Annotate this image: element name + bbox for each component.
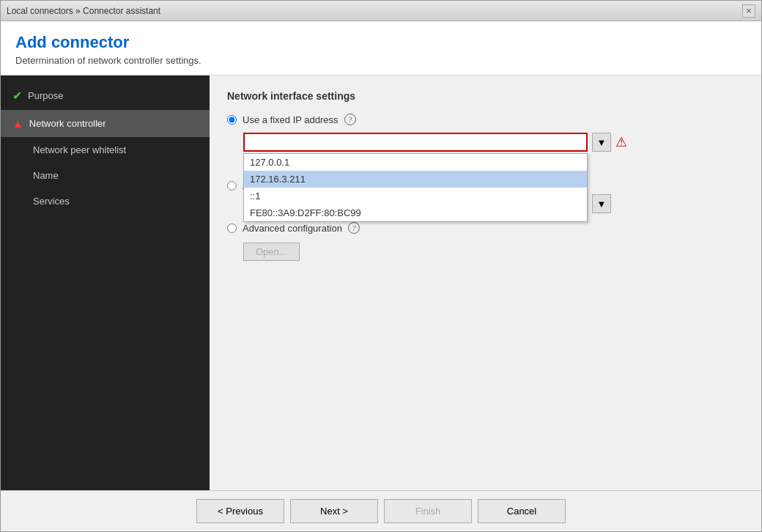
page-subtitle: Determination of network controller sett… xyxy=(15,55,747,66)
ip-dropdown-button[interactable]: ▼ xyxy=(592,133,611,152)
advanced-config-help-icon[interactable]: ? xyxy=(348,222,360,234)
header: Add connector Determination of network c… xyxy=(1,21,761,75)
ip-dropdown-list: 127.0.0.1172.16.3.211::1FE80::3A9:D2FF:8… xyxy=(243,153,588,222)
advanced-config-label: Advanced configuration xyxy=(243,223,342,234)
fixed-ip-radio[interactable] xyxy=(227,115,237,125)
content-area: Network interface settings Use a fixed I… xyxy=(210,75,761,490)
warning-icon: ⚠ xyxy=(615,134,627,150)
main-window: Local connectors » Connector assistant ×… xyxy=(0,0,762,532)
title-bar: Local connectors » Connector assistant × xyxy=(1,1,761,21)
sidebar-item-label-network-peer-whitelist: Network peer whitelist xyxy=(33,144,126,155)
next-button[interactable]: Next > xyxy=(290,499,378,523)
sidebar-item-label-purpose: Purpose xyxy=(28,90,63,101)
dropdown-option---1[interactable]: ::1 xyxy=(244,188,587,204)
check-icon: ✔ xyxy=(12,89,22,103)
close-button[interactable]: × xyxy=(742,4,755,18)
sidebar-item-network-peer-whitelist[interactable]: Network peer whitelist xyxy=(1,137,210,163)
chevron-down-icon: ▼ xyxy=(597,137,607,148)
advanced-config-row: Advanced configuration ? xyxy=(227,222,744,234)
ip-input-row: ▼ ⚠ 127.0.0.1172.16.3.211::1FE80::3A9:D2… xyxy=(243,133,744,152)
sidebar-item-purpose[interactable]: ✔Purpose xyxy=(1,81,210,110)
fixed-ip-label: Use a fixed IP address xyxy=(243,114,339,125)
chevron-down-icon-2: ▼ xyxy=(597,199,607,210)
sidebar-item-label-services: Services xyxy=(33,196,70,207)
previous-button[interactable]: < Previous xyxy=(196,499,284,523)
fixed-ip-row: Use a fixed IP address ? xyxy=(227,114,744,125)
dropdown-option-172-16-3-211[interactable]: 172.16.3.211 xyxy=(244,171,587,188)
ip-dropdown-input[interactable] xyxy=(243,133,588,152)
section-title: Network interface settings xyxy=(227,90,744,102)
advanced-config-radio[interactable] xyxy=(227,223,237,233)
dropdown-option-FE80--3A9-D2FF-80-BC99[interactable]: FE80::3A9:D2FF:80:BC99 xyxy=(244,204,587,221)
open-button: Open... xyxy=(243,243,300,261)
title-bar-text: Local connectors » Connector assistant xyxy=(7,6,160,16)
sidebar-item-label-name: Name xyxy=(33,170,59,181)
radio-group: Use a fixed IP address ? ▼ ⚠ 127.0.0.117… xyxy=(227,114,744,213)
auto-detect-radio[interactable] xyxy=(227,181,237,191)
sidebar: ✔Purpose▲Network controllerNetwork peer … xyxy=(1,75,210,490)
sidebar-item-network-controller[interactable]: ▲Network controller xyxy=(1,110,210,137)
dropdown-option-127-0-0-1[interactable]: 127.0.0.1 xyxy=(244,154,587,171)
body: ✔Purpose▲Network controllerNetwork peer … xyxy=(1,75,761,490)
warning-icon: ▲ xyxy=(12,117,23,130)
cancel-button[interactable]: Cancel xyxy=(478,499,566,523)
auto-detect-dropdown-button: ▼ xyxy=(592,194,611,213)
finish-button: Finish xyxy=(384,499,472,523)
fixed-ip-help-icon[interactable]: ? xyxy=(344,114,356,125)
sidebar-item-label-network-controller: Network controller xyxy=(29,118,106,129)
sidebar-item-services[interactable]: Services xyxy=(1,188,210,214)
sidebar-item-name[interactable]: Name xyxy=(1,163,210,188)
footer: < Previous Next > Finish Cancel xyxy=(1,490,761,531)
page-title: Add connector xyxy=(15,33,747,52)
